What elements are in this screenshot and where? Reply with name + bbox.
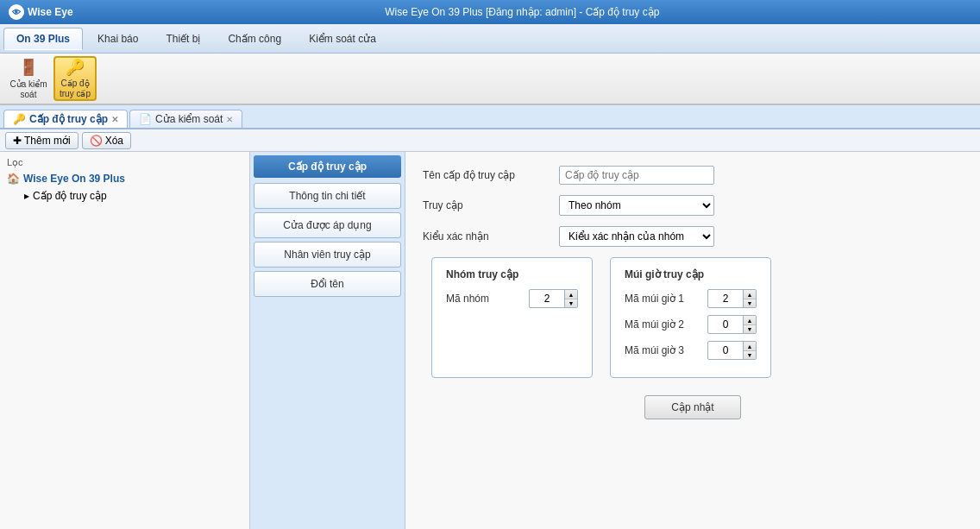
groups-container: Nhóm truy cập Mã nhóm ▲ ▼ Múi giờ truy c… <box>431 257 963 378</box>
tab-capdotruycp-label: Cấp độ truy cập <box>29 113 108 125</box>
field-mamuigio3: Mã múi giờ 3 ▲ ▼ <box>625 341 757 360</box>
input-mamuigio3[interactable] <box>708 343 743 358</box>
tab-capdotruycp[interactable]: 🔑 Cấp độ truy cập ✕ <box>3 110 128 128</box>
menu-tab-khaibao[interactable]: Khai báo <box>85 28 151 50</box>
tree-root-label: Wise Eye On 39 Plus <box>23 173 125 185</box>
window-title: Wise Eye On 39 Plus [Đăng nhập: admin] -… <box>73 6 971 18</box>
delete-icon: 🚫 <box>90 135 103 147</box>
field-manhom: Mã nhóm ▲ ▼ <box>446 289 578 308</box>
capdotruycp-icon: 🔑 <box>63 58 87 77</box>
panel-header: Cấp độ truy cập <box>254 155 401 178</box>
input-manhom[interactable] <box>530 291 564 306</box>
spinner-down-mamuigio3[interactable]: ▼ <box>744 350 756 359</box>
label-mamuigio3: Mã múi giờ 3 <box>625 344 702 356</box>
group-nhomtruycp: Nhóm truy cập Mã nhóm ▲ ▼ <box>431 257 593 378</box>
spinner-up-mamuigio1[interactable]: ▲ <box>744 290 756 299</box>
delete-label: Xóa <box>105 135 123 147</box>
content: Lọc 🏠 Wise Eye On 39 Plus ▸ Cấp độ truy … <box>0 152 980 529</box>
spinner-mamuigio3: ▲ ▼ <box>707 341 757 360</box>
spinner-up-mamuigio2[interactable]: ▲ <box>744 316 756 324</box>
spinner-up-mamuigio3[interactable]: ▲ <box>744 342 756 350</box>
spinner-btns-mamuigio1: ▲ ▼ <box>743 290 756 307</box>
spinner-btns-mamuigio2: ▲ ▼ <box>743 316 756 333</box>
spinner-down-mamuigio1[interactable]: ▼ <box>744 299 756 307</box>
spinner-mamuigio1: ▲ ▼ <box>707 289 757 308</box>
group-muigio: Múi giờ truy cập Mã múi giờ 1 ▲ ▼ Mã múi… <box>610 257 771 378</box>
label-mamuigio2: Mã múi giờ 2 <box>625 318 702 331</box>
tree-child-label: Cấp độ truy cập <box>33 190 107 202</box>
add-label: Thêm mới <box>24 135 71 147</box>
titlebar: 👁 Wise Eye Wise Eye On 39 Plus [Đăng nhậ… <box>0 0 980 24</box>
field-mamuigio2: Mã múi giờ 2 ▲ ▼ <box>625 315 757 334</box>
filter-label: Lọc <box>3 155 246 170</box>
label-kieuxacnhan: Kiểu xác nhận <box>423 230 552 242</box>
tab-capdotruycp-icon: 🔑 <box>13 113 26 125</box>
toolbar-cuakiemsoat[interactable]: 🚪 Cửa kiểm soát <box>7 56 50 101</box>
cuakiemsoat-label: Cửa kiểm soát <box>8 79 49 100</box>
add-icon: ✚ <box>13 135 22 147</box>
tab-capdotruycp-close[interactable]: ✕ <box>111 115 118 124</box>
tree-root-icon: 🏠 <box>7 173 20 185</box>
btn-doiten[interactable]: Đổi tên <box>254 271 401 297</box>
input-mamuigio2[interactable] <box>708 317 743 332</box>
label-truycp: Truy cập <box>423 199 552 211</box>
toolbar: 🚪 Cửa kiểm soát 🔑 Cấp độ truy cấp <box>0 54 980 105</box>
spinner-mamuigio2: ▲ ▼ <box>707 315 757 334</box>
field-tencapdotruycp: Tên cấp độ truy cập <box>423 166 963 185</box>
tree-root[interactable]: 🏠 Wise Eye On 39 Plus <box>3 170 246 187</box>
menu-tab-thietbi[interactable]: Thiết bị <box>153 28 213 50</box>
logo-icon: 👁 <box>9 4 24 20</box>
group-nhomtruycp-title: Nhóm truy cập <box>446 268 578 280</box>
label-mamuigio1: Mã múi giờ 1 <box>625 293 702 305</box>
menu-tab-chamcong[interactable]: Chấm công <box>215 28 294 50</box>
tree-child-icon: ▸ <box>24 190 29 202</box>
logo: 👁 Wise Eye <box>9 4 73 20</box>
btn-nhanvien[interactable]: Nhân viên truy cập <box>254 242 401 268</box>
btn-cuaduocapdung[interactable]: Cửa được áp dụng <box>254 212 401 238</box>
actionbar: ✚ Thêm mới 🚫 Xóa <box>0 129 980 152</box>
add-button[interactable]: ✚ Thêm mới <box>5 132 79 149</box>
field-mamuigio1: Mã múi giờ 1 ▲ ▼ <box>625 289 757 308</box>
tabbar: 🔑 Cấp độ truy cập ✕ 📄 Cửa kiểm soát ✕ <box>0 105 980 129</box>
toolbar-capdotruycp[interactable]: 🔑 Cấp độ truy cấp <box>53 56 97 101</box>
cuakiemsoat-icon: 🚪 <box>16 57 41 78</box>
input-tencapdotruycp[interactable] <box>559 166 714 185</box>
side-panel: Cấp độ truy cập Thông tin chi tiết Cửa đ… <box>250 152 405 529</box>
spinner-manhom: ▲ ▼ <box>529 289 578 308</box>
spinner-up-manhom[interactable]: ▲ <box>565 290 577 299</box>
tab-cuakiemsoat[interactable]: 📄 Cửa kiểm soát ✕ <box>129 110 242 128</box>
tree-capdotruycp[interactable]: ▸ Cấp độ truy cập <box>21 187 246 205</box>
tab-cuakiemsoat-icon: 📄 <box>139 113 152 125</box>
btn-thongtin[interactable]: Thông tin chi tiết <box>254 183 401 209</box>
input-mamuigio1[interactable] <box>708 291 743 306</box>
menu-tab-on39plus[interactable]: On 39 Plus <box>3 28 83 50</box>
main-form: Tên cấp độ truy cập Truy cập Theo nhóm C… <box>405 152 980 529</box>
group-muigio-title: Múi giờ truy cập <box>625 268 757 280</box>
spinner-down-mamuigio2[interactable]: ▼ <box>744 324 756 333</box>
select-kieuxacnhan[interactable]: Kiểu xác nhận của nhóm Mật khẩu Vân tay <box>559 226 714 247</box>
delete-button[interactable]: 🚫 Xóa <box>82 132 131 149</box>
tab-cuakiemsoat-label: Cửa kiểm soát <box>155 113 223 125</box>
capdotruycp-label: Cấp độ truy cấp <box>55 79 95 99</box>
field-kieuxacnhan: Kiểu xác nhận Kiểu xác nhận của nhóm Mật… <box>423 226 963 247</box>
spinner-btns-mamuigio3: ▲ ▼ <box>743 342 756 359</box>
field-truycp: Truy cập Theo nhóm Cá nhân Tất cả <box>423 195 963 216</box>
menu-tab-kiemsoacua[interactable]: Kiểm soát cửa <box>296 28 389 50</box>
tab-cuakiemsoat-close[interactable]: ✕ <box>226 115 233 124</box>
menubar: On 39 Plus Khai báo Thiết bị Chấm công K… <box>0 24 980 54</box>
spinner-btns-manhom: ▲ ▼ <box>564 290 577 307</box>
label-tencapdotruycp: Tên cấp độ truy cập <box>423 169 552 181</box>
update-button[interactable]: Cập nhật <box>644 395 740 419</box>
label-manhom: Mã nhóm <box>446 293 524 305</box>
spinner-down-manhom[interactable]: ▼ <box>565 299 577 307</box>
sidebar: Lọc 🏠 Wise Eye On 39 Plus ▸ Cấp độ truy … <box>0 152 250 529</box>
select-truycp[interactable]: Theo nhóm Cá nhân Tất cả <box>559 195 714 216</box>
logo-text: Wise Eye <box>28 6 73 18</box>
